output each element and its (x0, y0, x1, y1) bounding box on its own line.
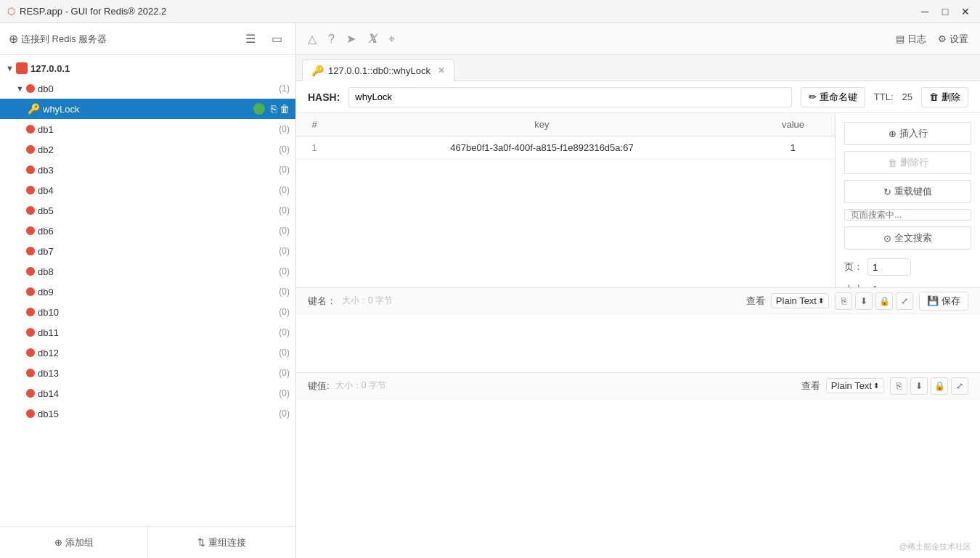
db0-node[interactable]: ▼ db0 (1) (0, 78, 295, 99)
right-panel: ⊕ 插入行 🗑 删除行 ↻ 重载键值 ⊙ 全文搜索 (835, 113, 980, 287)
hash-name-input[interactable] (348, 87, 791, 107)
watermark: @稀土掘金技术社区 (899, 541, 971, 552)
title-bar-left: ⬡ RESP.app - GUI for Redis® 2022.2 (7, 6, 166, 17)
keyname-format-select[interactable]: Plain Text ⬍ (771, 293, 829, 308)
db11-icon (26, 328, 35, 337)
plus-circle-icon: ⊕ (54, 537, 62, 548)
table-row[interactable]: 1 467be0f1-3a0f-400f-a815-f1e892316d5a:6… (296, 136, 835, 160)
reconnect-button[interactable]: ⇅ 重组连接 (148, 527, 295, 558)
close-button[interactable]: ✕ (958, 4, 973, 19)
log-button[interactable]: ▤ 日志 (896, 33, 926, 46)
panel-icon[interactable]: ▭ (266, 29, 287, 49)
help-icon[interactable]: ? (328, 33, 335, 46)
log-label: 日志 (907, 33, 926, 46)
download-icon[interactable]: ⬇ (855, 292, 873, 310)
copy-val-icon[interactable]: ⎘ (890, 377, 907, 395)
keyname-save-button[interactable]: 💾 保存 (919, 292, 968, 311)
page-input[interactable] (867, 258, 911, 276)
rename-label: 重命名键 (820, 91, 857, 104)
keyname-view-label: 查看 (746, 295, 765, 308)
add-group-button[interactable]: ⊕ 添加组 (0, 527, 148, 558)
db12-node[interactable]: db12 (0) (0, 342, 295, 363)
db0-expand-arrow: ▼ (16, 84, 26, 93)
expand-icon[interactable]: ⤢ (896, 292, 913, 310)
db9-label: db9 (38, 287, 279, 298)
keyvalue-edit-content[interactable] (296, 399, 980, 464)
full-search-button[interactable]: ⊙ 全文搜索 (844, 226, 971, 250)
page-search-input[interactable] (844, 209, 971, 221)
rename-icon: ✏ (809, 91, 817, 102)
db12-label: db12 (38, 348, 279, 358)
key-value-edit-area: 键值: 大小：0 字节 查看 Plain Text ⬍ ⎘ ⬇ 🔒 ⤢ (296, 372, 980, 464)
expand-val-icon[interactable]: ⤢ (951, 377, 968, 395)
minimize-button[interactable]: ─ (918, 4, 932, 19)
main-layout: ⊕ 连接到 Redis 服务器 ☰ ▭ ▼ 127.0.0.1 ▼ db0 (1… (0, 23, 980, 558)
nav-right: ▤ 日志 ⚙ 设置 (896, 33, 968, 46)
download-val-icon[interactable]: ⬇ (910, 377, 928, 395)
server-node[interactable]: ▼ 127.0.0.1 (0, 58, 295, 78)
connect-button[interactable]: ⊕ 连接到 Redis 服务器 (9, 32, 234, 46)
row-key: 467be0f1-3a0f-400f-a815-f1e892316d5a:67 (332, 136, 751, 160)
db4-node[interactable]: db4 (0) (0, 180, 295, 200)
maximize-button[interactable]: □ (938, 4, 952, 19)
server-icon (16, 62, 28, 74)
keyvalue-format-select[interactable]: Plain Text ⬍ (826, 378, 884, 393)
insert-row-button[interactable]: ⊕ 插入行 (844, 122, 971, 145)
rename-button[interactable]: ✏ 重命名键 (801, 87, 865, 107)
delete-row-button[interactable]: 🗑 删除行 (844, 151, 971, 174)
search-circle-icon: ⊙ (883, 233, 891, 244)
title-bar: ⬡ RESP.app - GUI for Redis® 2022.2 ─ □ ✕ (0, 0, 980, 23)
github-icon[interactable]: ⌖ (388, 33, 395, 46)
db7-label: db7 (38, 246, 279, 257)
copy-icon[interactable]: ⎘ (271, 103, 277, 115)
send-icon[interactable]: ➤ (346, 32, 356, 46)
db14-node[interactable]: db14 (0) (0, 383, 295, 403)
db6-node[interactable]: db6 (0) (0, 221, 295, 241)
table-container: # key value 1 467be0f1-3a0f-400f-a815-f1… (296, 113, 980, 287)
whylock-key-item[interactable]: 🔑 whyLock ⎘ 🗑 (0, 99, 295, 119)
hash-label: HASH: (308, 91, 340, 103)
db6-icon (26, 226, 35, 235)
db1-node[interactable]: db1 (0) (0, 119, 295, 139)
db13-node[interactable]: db13 (0) (0, 363, 295, 383)
db3-node[interactable]: db3 (0) (0, 160, 295, 180)
keyvalue-view-label: 查看 (801, 379, 820, 393)
key-value-edit-toolbar: 键值: 大小：0 字节 查看 Plain Text ⬍ ⎘ ⬇ 🔒 ⤢ (296, 373, 980, 399)
db10-node[interactable]: db10 (0) (0, 302, 295, 322)
db11-node[interactable]: db11 (0) (0, 322, 295, 342)
db9-node[interactable]: db9 (0) (0, 282, 295, 302)
warning-icon[interactable]: △ (308, 32, 317, 46)
hash-table: # key value 1 467be0f1-3a0f-400f-a815-f1… (296, 113, 835, 160)
db14-icon (26, 389, 35, 398)
lock-icon[interactable]: 🔒 (875, 292, 893, 310)
data-table: # key value 1 467be0f1-3a0f-400f-a815-f1… (296, 113, 835, 287)
db7-node[interactable]: db7 (0) (0, 241, 295, 261)
tab-bar: 🔑 127.0.0.1::db0::whyLock ✕ (296, 55, 980, 81)
copy-clipboard-icon[interactable]: ⎘ (835, 292, 852, 310)
db8-icon (26, 267, 35, 276)
tab-close-button[interactable]: ✕ (438, 65, 445, 75)
trash-icon: 🗑 (929, 91, 939, 102)
db8-node[interactable]: db8 (0) (0, 261, 295, 282)
db5-node[interactable]: db5 (0) (0, 200, 295, 221)
keyname-edit-content[interactable] (296, 314, 980, 372)
col-num: # (296, 113, 332, 136)
tab-whylock[interactable]: 🔑 127.0.0.1::db0::whyLock ✕ (302, 60, 454, 81)
keyvalue-label: 键值: (308, 379, 330, 393)
delete-button[interactable]: 🗑 删除 (921, 87, 968, 107)
lock-val-icon[interactable]: 🔒 (931, 377, 948, 395)
db13-icon (26, 369, 35, 377)
menu-icon[interactable]: ☰ (240, 29, 261, 49)
row-num: 1 (296, 136, 332, 160)
app-title: RESP.app - GUI for Redis® 2022.2 (20, 6, 166, 17)
reload-button[interactable]: ↻ 重载键值 (844, 180, 971, 203)
db2-node[interactable]: db2 (0) (0, 139, 295, 160)
tab-label: 127.0.0.1::db0::whyLock (328, 65, 430, 76)
twitter-icon[interactable]: 𝕏 (367, 32, 377, 46)
save-label: 保存 (942, 295, 960, 308)
db15-node[interactable]: db15 (0) (0, 403, 295, 424)
chevron-up-down-icon: ⬍ (818, 297, 824, 305)
delete-key-icon[interactable]: 🗑 (279, 103, 290, 115)
connect-label: 连接到 Redis 服务器 (21, 33, 107, 46)
settings-button[interactable]: ⚙ 设置 (938, 33, 968, 46)
